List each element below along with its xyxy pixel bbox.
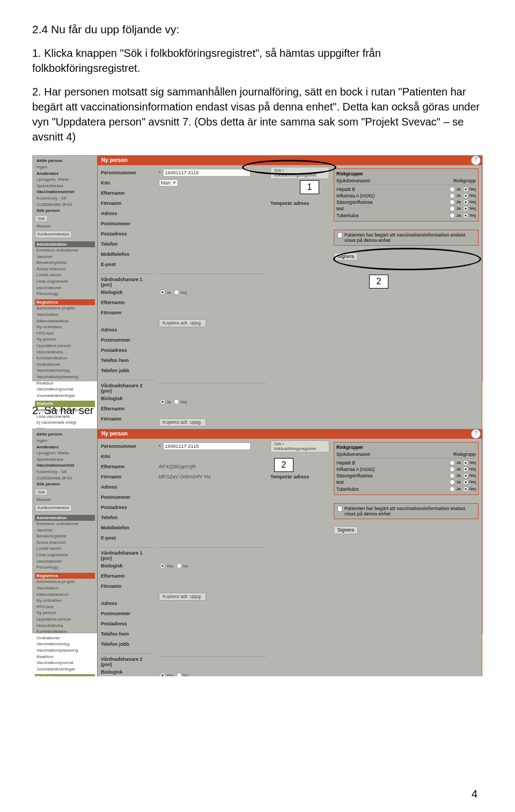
admin-item[interactable]: Lista osignerade [35,552,95,558]
sidebar-manual[interactable]: Manual [35,497,95,503]
kon-dropdown[interactable]: Man [159,179,178,187]
biologisk-no[interactable] [176,563,182,569]
signera-btn[interactable]: Signera [334,253,358,261]
risk-name: Säsongsinfluensa [336,200,448,205]
risk-nej[interactable] [463,206,468,211]
admin-item[interactable]: vaccinationer [35,558,95,565]
admin-item[interactable]: Personlogg [35,291,95,297]
reg-item[interactable]: Ordinationer [35,635,95,641]
risk-ja[interactable] [450,187,455,192]
risk-nej[interactable] [463,479,468,485]
reg-item[interactable]: Journalanteckningar [35,666,95,673]
sidebar-manual[interactable]: Manual [35,223,95,230]
reg-item[interactable]: Vaccinationsplanering [35,647,95,654]
stat-item[interactable]: Ej vaccinerade enligt [35,419,95,426]
reg-item[interactable]: Hälsodeklaration [35,592,95,598]
reg-item[interactable]: Uppdatera person [35,616,95,623]
sidebar-sok-btn[interactable]: Sök [35,215,48,223]
reg-item[interactable]: Journalanteckningar [35,393,95,399]
personnummer-input[interactable]: 19481117-2115 [163,169,251,176]
admin-item[interactable]: Lokalt vaccin [35,545,95,552]
consent-checkbox[interactable] [337,232,342,238]
reg-item[interactable]: Reaktion [35,654,95,660]
reg-item[interactable]: Historik/ändra [35,623,95,629]
sidebar-sok-btn[interactable]: Sök [35,489,48,496]
risk-ja[interactable] [450,460,455,466]
reg-item[interactable]: Ny person [35,610,95,616]
admin-item[interactable]: Ändra lösenord [35,540,95,546]
consent-checkbox-2[interactable] [337,506,342,512]
sidebar-kortkommando[interactable]: Kortkommandon [35,231,72,238]
biologisk-nej[interactable] [174,290,179,295]
kopiera-btn[interactable]: Kopiera adr. uppg. [159,593,206,601]
kopiera-btn-2[interactable]: Kopiera adr. uppg. [159,418,206,426]
risk-nej[interactable] [463,193,468,198]
reg-item[interactable]: PPD-test [35,604,95,610]
reg-item[interactable]: Ny ordination [35,324,95,330]
personnummer-input[interactable]: 19481117-2115 [163,442,251,450]
sok-folkbok-btn-2[interactable]: Sök i folkbokföringsregistret [270,440,329,453]
reg-item[interactable]: Administrera projekt [35,579,95,585]
risk-ja[interactable] [450,486,455,492]
reg-item[interactable]: Hälsodeklaration [35,318,95,324]
label-postadress-vh1: Postadress [101,346,154,355]
stat-item[interactable]: Antal givna doser vacci [35,407,95,414]
reg-item[interactable]: Administrera projekt [35,305,95,312]
reg-item[interactable]: Vaccination [35,312,95,318]
sok-folkbok-btn[interactable]: Sök i folkbokföringsregistret [270,167,329,179]
risk-nej[interactable] [463,213,468,218]
risk-ja[interactable] [450,479,455,485]
reg-item[interactable]: Vaccinationsjournal [35,386,95,393]
reg-item[interactable]: Kontraindikation [35,355,95,361]
sidebar-kortkommando[interactable]: Kortkommandon [35,504,72,512]
risk-nej[interactable] [463,460,468,466]
reg-item[interactable]: Reaktion [35,380,95,387]
reg-item[interactable]: Kontraindikation [35,629,95,635]
reg-item[interactable]: Historik/ändra [35,349,95,356]
biologisk-yes[interactable] [160,563,165,569]
admin-item[interactable]: Lokalt vaccin [35,272,95,278]
riskgrupper-panel-2: Riskgrupper Sjukdomsnamn Riskgrupp Hepat… [334,442,479,494]
risk-nej[interactable] [463,187,468,192]
risk-nej[interactable] [463,486,468,492]
risk-nej[interactable] [463,473,468,478]
reg-item[interactable]: Vaccinationsplanering [35,374,95,380]
risk-ja[interactable] [450,193,455,198]
biologisk2-ja[interactable] [160,399,165,404]
admin-item[interactable]: Ändra lösenord [35,266,95,272]
biologisk2-nej[interactable] [174,399,179,404]
risk-ja[interactable] [450,200,455,205]
kopiera-btn[interactable]: Kopiera adr. uppg. [159,319,206,327]
admin-item[interactable]: Enhetens ordinationer [35,247,95,254]
admin-item[interactable]: Bevakningslista [35,533,95,540]
reg-item[interactable]: PPD-test [35,330,95,337]
admin-item[interactable]: Lista osignerade [35,278,95,285]
col-riskgrupp: Riskgrupp [453,452,476,457]
reg-item[interactable]: Vaccination [35,585,95,592]
admin-item[interactable]: Vacciner [35,527,95,534]
risk-ja[interactable] [450,473,455,478]
reg-item[interactable]: Vaccinationsjournal [35,660,95,666]
reg-item[interactable]: Vaccinationsintyg [35,367,95,374]
risk-nej[interactable] [463,467,468,472]
biologisk2-no[interactable] [176,673,182,676]
reg-item[interactable]: Ny person [35,336,95,343]
risk-ja[interactable] [450,206,455,211]
reg-item[interactable]: Ordinationer [35,361,95,368]
reg-item[interactable]: Ny ordination [35,597,95,604]
biologisk2-yes[interactable] [160,673,165,676]
stat-item[interactable]: Lista vaccinerade [35,414,95,420]
label-telefon-jobb-vh1: Telefon jobb [101,640,154,648]
risk-ja[interactable] [450,467,455,472]
signera-btn-2[interactable]: Signera [334,526,358,534]
biologisk-ja[interactable] [160,290,165,295]
admin-item[interactable]: Enhetens ordinationer [35,521,95,527]
admin-item[interactable]: Vacciner [35,254,95,260]
risk-ja[interactable] [450,213,455,218]
admin-item[interactable]: Personlogg [35,564,95,571]
risk-nej[interactable] [463,200,468,205]
admin-item[interactable]: Bevakningslista [35,260,95,266]
reg-item[interactable]: Vaccinationsintyg [35,641,95,647]
reg-item[interactable]: Uppdatera person [35,343,95,349]
admin-item[interactable]: vaccinationer [35,285,95,291]
